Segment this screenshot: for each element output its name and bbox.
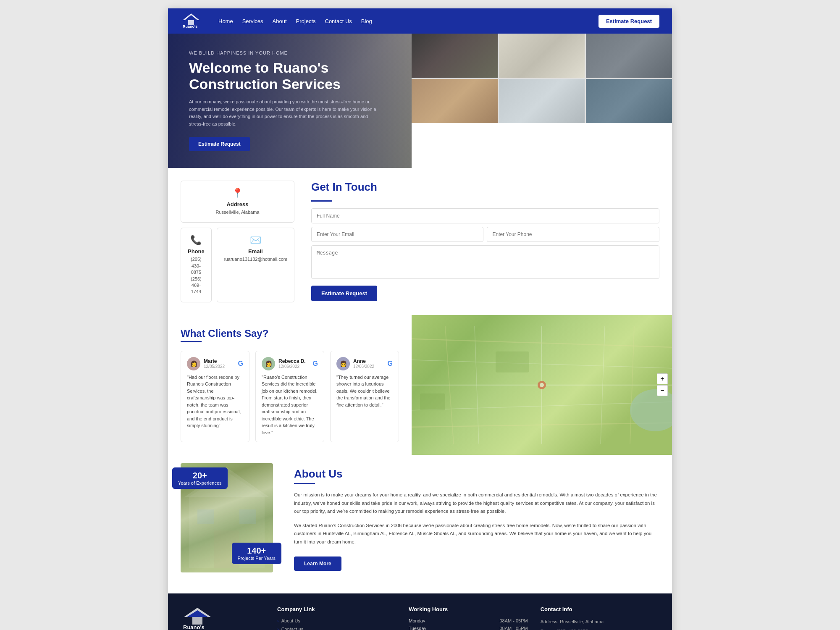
nav-services[interactable]: Services	[242, 18, 263, 24]
hours-tuesday: Tuesday 08AM - 05PM	[409, 626, 528, 630]
nav-blog[interactable]: Blog	[361, 18, 372, 24]
clients-map-section: What Clients Say? 👩 Marie 12/05/2022 G "…	[168, 315, 672, 455]
review-card-anne: 👩 Anne 12/06/2022 G "They turned our ave…	[330, 351, 399, 443]
clients-title: What Clients Say?	[181, 328, 399, 339]
phone-info: (205) 430-0875 (256) 469-1744	[188, 256, 205, 295]
reviewer-date-marie: 12/05/2022	[204, 364, 235, 369]
footer-contact-title: Contact Info	[541, 606, 659, 612]
nav-contact[interactable]: Contact Us	[325, 18, 352, 24]
hero-tagline: WE BUILD HAPPINESS IN YOUR HOME	[189, 50, 378, 55]
footer-address: Address: Russellville, Alabama	[541, 618, 659, 625]
svg-text:Ruano's: Ruano's	[183, 24, 197, 29]
title-underline	[311, 200, 332, 202]
footer-link-contact[interactable]: › Contact us	[277, 627, 396, 630]
email-title: Email	[224, 248, 287, 255]
review-text-anne: "They turned our average shower into a l…	[336, 374, 393, 409]
photo-kitchen	[412, 34, 498, 78]
svg-rect-22	[197, 509, 214, 524]
reviewer-avatar-marie: 👩	[187, 357, 200, 370]
phone-input[interactable]	[487, 227, 659, 242]
email-card: ✉️ Email ruaruano131182@hotmail.com	[217, 228, 294, 302]
reviewer-avatar-anne: 👩	[336, 357, 350, 370]
about-paragraph-2: We started Ruano's Construction Services…	[294, 522, 659, 546]
reviewer-name-rebecca: Rebecca D.	[278, 358, 310, 364]
stat-badge-experience: 20+ Years of Experiences	[172, 467, 228, 489]
map-zoom-out[interactable]: −	[657, 385, 668, 396]
svg-rect-26	[192, 617, 202, 625]
form-submit-button[interactable]: Estimate Request	[311, 286, 377, 301]
footer-contact-col: Contact Info Address: Russellville, Alab…	[541, 606, 659, 630]
reviewer-date-anne: 12/06/2022	[353, 364, 384, 369]
svg-text:Ruano's: Ruano's	[183, 624, 205, 630]
clients-section: What Clients Say? 👩 Marie 12/05/2022 G "…	[168, 315, 412, 455]
contact-form: Estimate Request	[311, 208, 659, 301]
photo-bathroom	[586, 34, 672, 78]
svg-rect-15	[420, 393, 445, 410]
address-icon: 📍	[188, 188, 287, 199]
map-controls: + −	[657, 373, 668, 396]
reviews-grid: 👩 Marie 12/05/2022 G "Had our floors red…	[181, 351, 399, 443]
google-badge-rebecca: G	[313, 360, 318, 368]
get-in-touch-section: Get In Touch Estimate Request	[294, 181, 659, 302]
svg-point-18	[540, 383, 544, 387]
logo[interactable]: Ruano's	[181, 13, 202, 29]
nav-links: Home Services About Projects Contact Us …	[218, 18, 590, 24]
footer-logo-area: Ruano's Construction Services	[181, 606, 265, 630]
photo-sink	[586, 79, 672, 123]
hero-description: At our company, we're passionate about p…	[189, 98, 378, 128]
reviewer-avatar-rebecca: 👩	[262, 357, 275, 370]
footer-hours-col: Working Hours Monday 08AM - 05PM Tuesday…	[409, 606, 528, 630]
review-card-rebecca: 👩 Rebecca D. 12/06/2022 G "Ruano's Const…	[255, 351, 324, 443]
google-badge-anne: G	[388, 360, 393, 368]
about-section: 20+ Years of Experiences 140+ Projects P…	[168, 455, 672, 593]
photo-white-kitchen	[499, 34, 585, 78]
stat-badge-projects: 140+ Projects Per Years	[232, 543, 282, 564]
reviewer-name-marie: Marie	[204, 358, 235, 364]
about-paragraph-1: Our mission is to make your dreams for y…	[294, 491, 659, 516]
reviewer-date-rebecca: 12/06/2022	[278, 364, 310, 369]
photo-shower	[499, 79, 585, 123]
address-info: Russellville, Alabama	[188, 209, 287, 215]
nav-about[interactable]: About	[273, 18, 287, 24]
photo-living-room	[412, 79, 498, 123]
review-text-marie: "Had our floors redone by Ruano's Constr…	[187, 374, 243, 429]
learn-more-button[interactable]: Learn More	[294, 556, 341, 571]
clients-title-underline	[181, 341, 202, 342]
get-in-touch-title: Get In Touch	[311, 181, 659, 194]
svg-rect-23	[239, 509, 256, 524]
hero-cta-button[interactable]: Estimate Request	[189, 137, 250, 151]
message-input[interactable]	[311, 245, 659, 279]
footer-company-title: Company Link	[277, 606, 396, 612]
nav-home[interactable]: Home	[218, 18, 233, 24]
navigation: Ruano's Home Services About Projects Con…	[168, 8, 672, 34]
footer-company-links-col: Company Link › About Us › Contact us › C…	[277, 606, 396, 630]
photo-grid	[412, 34, 672, 123]
map-zoom-in[interactable]: +	[657, 373, 668, 384]
full-name-input[interactable]	[311, 208, 659, 223]
nav-estimate-button[interactable]: Estimate Request	[598, 15, 659, 28]
hero-title: Welcome to Ruano's Construction Services	[189, 60, 378, 92]
contact-section: 📍 Address Russellville, Alabama 📞 Phone …	[168, 168, 672, 315]
contact-cards: 📍 Address Russellville, Alabama 📞 Phone …	[181, 181, 294, 302]
footer-link-about[interactable]: › About Us	[277, 618, 396, 623]
nav-projects[interactable]: Projects	[296, 18, 316, 24]
map-section: + −	[412, 315, 672, 455]
email-input[interactable]	[311, 227, 484, 242]
about-content: About Us Our mission is to make your dre…	[286, 455, 672, 575]
address-title: Address	[188, 201, 287, 207]
email-info: ruaruano131182@hotmail.com	[224, 256, 287, 262]
footer: Ruano's Construction Services Company Li…	[168, 593, 672, 630]
reviewer-name-anne: Anne	[353, 358, 384, 364]
google-badge-marie: G	[238, 360, 243, 368]
footer-hours-title: Working Hours	[409, 606, 528, 612]
phone-title: Phone	[188, 248, 205, 255]
email-icon: ✉️	[224, 235, 287, 246]
hours-monday: Monday 08AM - 05PM	[409, 618, 528, 623]
hero-section: WE BUILD HAPPINESS IN YOUR HOME Welcome …	[168, 34, 412, 168]
review-text-rebecca: "Ruano's Construction Services did the i…	[262, 374, 318, 436]
about-title: About Us	[294, 467, 659, 480]
house-photo-area: 20+ Years of Experiences 140+ Projects P…	[168, 455, 286, 581]
about-title-underline	[294, 483, 315, 484]
review-card-marie: 👩 Marie 12/05/2022 G "Had our floors red…	[181, 351, 249, 443]
svg-rect-16	[496, 351, 529, 372]
